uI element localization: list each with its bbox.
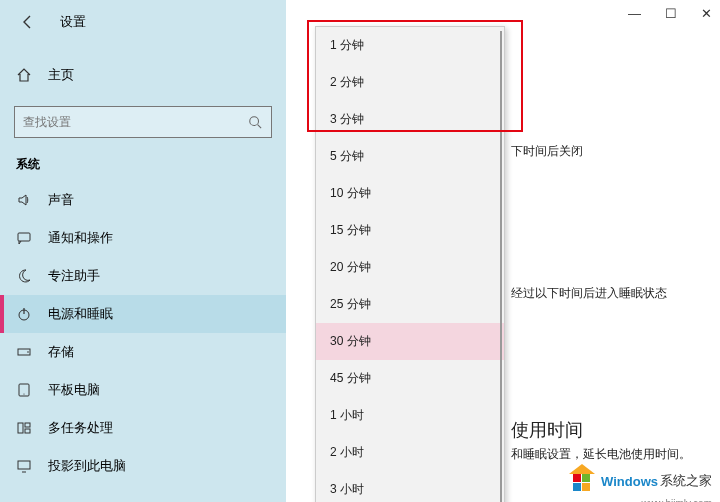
search-input[interactable] xyxy=(23,115,247,129)
svg-rect-2 xyxy=(18,233,30,241)
svg-line-1 xyxy=(258,125,262,129)
power-icon xyxy=(16,306,34,322)
time-dropdown[interactable]: 1 分钟 2 分钟 3 分钟 5 分钟 10 分钟 15 分钟 20 分钟 25… xyxy=(315,26,505,502)
section-label: 系统 xyxy=(0,138,286,181)
sidebar-item-label: 专注助手 xyxy=(48,267,100,285)
sidebar: 设置 主页 系统 声音 通知和操作 专注助手 电源和睡眠 存储 平板电脑 xyxy=(0,0,286,502)
svg-rect-11 xyxy=(25,429,30,433)
dropdown-option[interactable]: 5 分钟 xyxy=(316,138,504,175)
tablet-icon xyxy=(16,382,34,398)
home-label: 主页 xyxy=(48,66,74,84)
search-box[interactable] xyxy=(14,106,272,138)
sidebar-item-tablet[interactable]: 平板电脑 xyxy=(0,371,286,409)
dropdown-option[interactable]: 2 小时 xyxy=(316,434,504,471)
sidebar-item-label: 通知和操作 xyxy=(48,229,113,247)
sidebar-item-label: 电源和睡眠 xyxy=(48,305,113,323)
project-icon xyxy=(16,458,34,474)
sound-icon xyxy=(16,192,34,208)
sidebar-item-sound[interactable]: 声音 xyxy=(0,181,286,219)
dropdown-option-selected[interactable]: 30 分钟 xyxy=(316,323,504,360)
svg-rect-10 xyxy=(25,423,30,427)
sidebar-item-label: 声音 xyxy=(48,191,74,209)
watermark-brand: Windows xyxy=(601,474,658,489)
dropdown-option[interactable]: 10 分钟 xyxy=(316,175,504,212)
watermark: Windows 系统之家 www.bjjmlv.com xyxy=(567,466,712,496)
close-button[interactable]: ✕ xyxy=(701,6,712,21)
scrollbar[interactable] xyxy=(500,31,502,502)
sidebar-item-projecting[interactable]: 投影到此电脑 xyxy=(0,447,286,485)
dropdown-option[interactable]: 3 小时 xyxy=(316,471,504,502)
svg-rect-12 xyxy=(18,461,30,469)
back-button[interactable] xyxy=(16,10,40,34)
sidebar-item-label: 投影到此电脑 xyxy=(48,457,126,475)
sleep-text: 经过以下时间后进入睡眠状态 xyxy=(511,285,667,302)
home-link[interactable]: 主页 xyxy=(0,56,286,94)
svg-point-6 xyxy=(27,351,29,353)
windows-logo-icon xyxy=(567,466,597,496)
sidebar-item-storage[interactable]: 存储 xyxy=(0,333,286,371)
usage-desc: 和睡眠设置，延长电池使用时间。 xyxy=(511,446,691,463)
dropdown-option[interactable]: 1 分钟 xyxy=(316,27,504,64)
dropdown-option[interactable]: 15 分钟 xyxy=(316,212,504,249)
chat-icon xyxy=(16,230,34,246)
dropdown-option[interactable]: 1 小时 xyxy=(316,397,504,434)
sidebar-item-label: 存储 xyxy=(48,343,74,361)
window-controls: — ☐ ✕ xyxy=(628,6,712,21)
usage-heading: 使用时间 xyxy=(511,418,583,442)
dropdown-option[interactable]: 2 分钟 xyxy=(316,64,504,101)
sidebar-item-focus[interactable]: 专注助手 xyxy=(0,257,286,295)
screen-off-text: 下时间后关闭 xyxy=(511,143,583,160)
settings-title: 设置 xyxy=(60,13,86,31)
dropdown-option[interactable]: 45 分钟 xyxy=(316,360,504,397)
moon-icon xyxy=(16,268,34,284)
sidebar-item-label: 平板电脑 xyxy=(48,381,100,399)
search-icon xyxy=(247,115,263,129)
maximize-button[interactable]: ☐ xyxy=(665,6,677,21)
watermark-url: www.bjjmlv.com xyxy=(642,498,712,502)
watermark-suffix: 系统之家 xyxy=(660,472,712,490)
sidebar-item-power[interactable]: 电源和睡眠 xyxy=(0,295,286,333)
sidebar-item-multitask[interactable]: 多任务处理 xyxy=(0,409,286,447)
header-bar: 设置 xyxy=(0,0,286,42)
multitask-icon xyxy=(16,420,34,436)
dropdown-option[interactable]: 20 分钟 xyxy=(316,249,504,286)
arrow-left-icon xyxy=(20,14,36,30)
svg-point-8 xyxy=(23,393,24,394)
dropdown-option[interactable]: 25 分钟 xyxy=(316,286,504,323)
storage-icon xyxy=(16,344,34,360)
dropdown-option[interactable]: 3 分钟 xyxy=(316,101,504,138)
sidebar-item-label: 多任务处理 xyxy=(48,419,113,437)
svg-rect-9 xyxy=(18,423,23,433)
minimize-button[interactable]: — xyxy=(628,6,641,21)
svg-point-0 xyxy=(250,117,259,126)
sidebar-item-notifications[interactable]: 通知和操作 xyxy=(0,219,286,257)
home-icon xyxy=(16,67,34,83)
